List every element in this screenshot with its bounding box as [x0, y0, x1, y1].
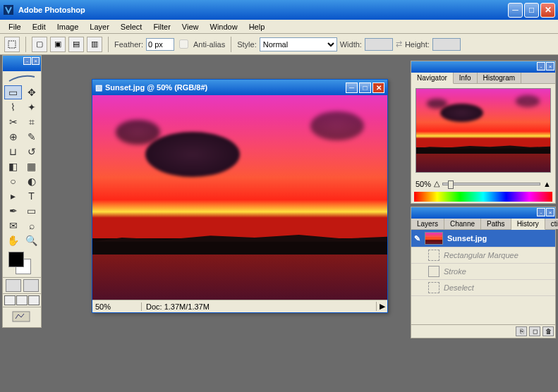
nav-zoom-value[interactable]: 50% [416, 180, 431, 188]
new-snapshot[interactable]: ◻ [529, 326, 540, 336]
svg-rect-1 [8, 41, 16, 48]
hand-tool[interactable]: ✋ [4, 233, 22, 247]
tab-history[interactable]: History [511, 219, 545, 230]
feather-label: Feather: [114, 40, 143, 49]
marquee-mode-intersect[interactable]: ▥ [87, 37, 102, 52]
navigator-thumbnail[interactable] [416, 88, 551, 173]
doc-maximize-button[interactable]: □ [359, 82, 371, 93]
tab-channels[interactable]: Channe [444, 219, 481, 229]
tab-actions[interactable]: ctions [545, 219, 558, 229]
slice-tool[interactable]: ⌗ [23, 115, 40, 129]
screen-standard[interactable] [4, 295, 16, 305]
doc-minimize-button[interactable]: ─ [346, 82, 358, 93]
doc-size-field[interactable]: Doc: 1.37M/1.37M [142, 302, 376, 311]
menu-layer[interactable]: Layer [84, 21, 115, 32]
imageready-button[interactable] [3, 307, 41, 327]
zoom-in-icon[interactable]: ▲ [543, 180, 551, 188]
style-label: Style: [237, 40, 257, 49]
height-input [432, 38, 461, 51]
style-select[interactable]: Normal [260, 37, 337, 51]
tab-histogram[interactable]: Histogram [478, 73, 522, 83]
toolbox-minimize[interactable]: - [23, 57, 31, 65]
history-step[interactable]: Rectangular Marquee [411, 247, 555, 264]
screen-modes [3, 293, 41, 307]
panel-close[interactable]: × [546, 208, 554, 216]
doc-close-button[interactable]: ✕ [372, 82, 384, 93]
history-step[interactable]: Stroke [411, 264, 555, 280]
pen-tool[interactable]: ✒ [4, 204, 22, 218]
tab-paths[interactable]: Paths [481, 219, 511, 229]
quickmask-mode[interactable] [23, 279, 39, 292]
blur-tool[interactable]: ○ [4, 174, 22, 188]
menu-filter[interactable]: Filter [147, 21, 176, 32]
screen-full[interactable] [28, 295, 40, 305]
menu-edit[interactable]: Edit [27, 21, 51, 32]
dodge-tool[interactable]: ◐ [23, 174, 40, 188]
history-snapshot[interactable]: ✎ Sunset.jpg [411, 230, 555, 247]
document-statusbar: 50% Doc: 1.37M/1.37M ▶ [92, 300, 387, 312]
delete-state[interactable]: 🗑 [542, 326, 554, 336]
panel-close[interactable]: × [546, 62, 554, 71]
tab-navigator[interactable]: Navigator [411, 73, 454, 84]
lasso-tool[interactable]: ⌇ [4, 100, 22, 114]
tab-info[interactable]: Info [454, 73, 478, 83]
notes-tool[interactable]: ✉ [4, 219, 22, 233]
marquee-tool[interactable]: ▭ [4, 85, 22, 99]
crop-tool[interactable]: ✂ [4, 115, 22, 129]
stamp-tool[interactable]: ⊔ [4, 145, 22, 159]
app-titlebar: Adobe Photoshop ─ □ ✕ [0, 0, 558, 20]
eyedropper-tool[interactable]: ⌕ [23, 219, 40, 233]
zoom-field[interactable]: 50% [92, 302, 142, 311]
color-spectrum[interactable] [414, 192, 552, 202]
document-titlebar[interactable]: ▧ Sunset.jpg @ 50% (RGB/8#) ─ □ ✕ [92, 80, 387, 95]
marquee-mode-subtract[interactable]: ▤ [68, 37, 84, 52]
panel-minimize[interactable]: - [537, 208, 545, 216]
stroke-icon [428, 266, 439, 277]
document-canvas[interactable] [92, 95, 387, 300]
height-label: Height: [405, 40, 430, 49]
zoom-out-icon[interactable]: △ [434, 179, 439, 188]
color-swatches[interactable] [3, 249, 41, 277]
standard-mode[interactable] [6, 279, 21, 292]
scrollbar-right[interactable]: ▶ [376, 302, 387, 311]
options-bar: ▢ ▣ ▤ ▥ Feather: Anti-alias Style: Norma… [0, 34, 558, 55]
toolbox-close[interactable]: × [32, 57, 40, 65]
path-tool[interactable]: ▸ [4, 189, 22, 203]
history-brush-tool[interactable]: ↺ [23, 145, 40, 159]
history-item-label: Sunset.jpg [447, 234, 487, 243]
width-input [365, 38, 393, 51]
current-tool-icon[interactable] [4, 37, 20, 52]
zoom-tool[interactable]: 🔍 [23, 233, 40, 247]
minimize-button[interactable]: ─ [508, 3, 523, 18]
marquee-mode-new[interactable]: ▢ [32, 37, 47, 52]
type-tool[interactable]: T [23, 189, 40, 203]
move-tool[interactable]: ✥ [23, 85, 40, 99]
menu-help[interactable]: Help [243, 21, 271, 32]
menu-image[interactable]: Image [51, 21, 85, 32]
foreground-color[interactable] [8, 252, 24, 267]
menu-window[interactable]: Window [205, 21, 243, 32]
shape-tool[interactable]: ▭ [23, 204, 40, 218]
antialias-label: Anti-alias [193, 40, 225, 49]
panel-minimize[interactable]: - [537, 62, 545, 71]
tab-layers[interactable]: Layers [411, 219, 444, 229]
menu-view[interactable]: View [176, 21, 205, 32]
new-doc-from-state[interactable]: ⎘ [516, 326, 527, 336]
screen-fullmenu[interactable] [16, 295, 28, 305]
maximize-button[interactable]: □ [524, 3, 539, 18]
brush-tool[interactable]: ✎ [23, 130, 40, 144]
zoom-slider[interactable] [442, 183, 540, 185]
close-button[interactable]: ✕ [540, 3, 555, 18]
wand-tool[interactable]: ✦ [23, 100, 40, 114]
eraser-tool[interactable]: ◧ [4, 159, 22, 173]
menu-select[interactable]: Select [115, 21, 148, 32]
menu-file[interactable]: File [3, 21, 27, 32]
heal-tool[interactable]: ⊕ [4, 130, 22, 144]
history-step[interactable]: Deselect [411, 280, 555, 296]
feather-input[interactable] [146, 38, 174, 51]
marquee-mode-add[interactable]: ▣ [50, 37, 66, 52]
deselect-icon [428, 282, 439, 293]
toolbox-header[interactable]: - × [3, 56, 41, 71]
gradient-tool[interactable]: ▦ [23, 159, 40, 173]
history-brush-source-icon[interactable]: ✎ [414, 234, 420, 243]
